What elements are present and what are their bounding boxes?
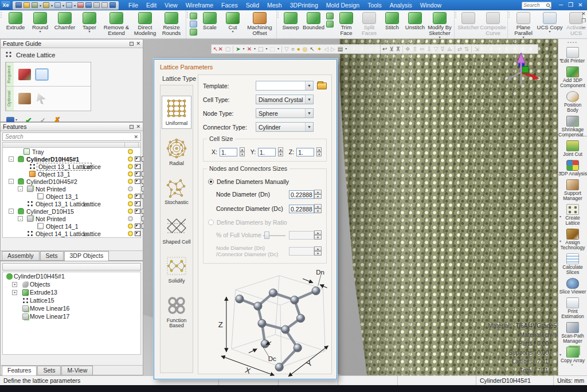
open-template-button[interactable] xyxy=(317,83,327,89)
sidebar-grip[interactable]: •••• xyxy=(568,41,578,44)
chamfer-button[interactable]: Chamfer xyxy=(52,11,78,30)
taper-button[interactable]: Taper▾ xyxy=(78,11,101,33)
dropdown-arrow-icon[interactable]: ▾ xyxy=(62,3,64,7)
pin-icon[interactable] xyxy=(130,42,134,46)
sidebar-item-copy-array[interactable]: ▾ Copy Array ▾ xyxy=(558,347,587,367)
dropdown-arrow-icon[interactable]: ▾ xyxy=(537,30,563,33)
sidebar-item-slice-viewer[interactable]: Slice Viewer xyxy=(558,278,587,295)
dropdown-arrow-icon[interactable]: ▾ xyxy=(78,30,101,33)
model-tree-filter[interactable] xyxy=(2,263,141,271)
flag-badge[interactable] xyxy=(135,194,140,199)
connector-diameter-stepper[interactable]: ▲▼ xyxy=(314,204,322,213)
flag-badge[interactable] xyxy=(135,201,140,206)
mini-tool-icon[interactable] xyxy=(190,29,197,36)
scale-button[interactable]: Scale xyxy=(198,11,221,30)
lattice-type-radial[interactable]: Radial xyxy=(162,136,191,168)
view-tool-icon[interactable]: ⇅ xyxy=(464,45,469,53)
window-layout-icon[interactable] xyxy=(66,2,72,8)
view-tool-icon[interactable]: ⊽ xyxy=(440,45,444,53)
cross-select-icon[interactable]: ⬚ xyxy=(270,45,275,53)
tree-search-input[interactable]: Search ✕ xyxy=(2,132,141,141)
dropdown-arrow-icon[interactable]: ▾ xyxy=(40,3,41,7)
visibility-bulb[interactable] xyxy=(128,224,133,229)
view-tool-icon[interactable]: ⇩ xyxy=(426,45,431,53)
menu-edit[interactable]: Edit xyxy=(142,0,161,10)
tree-row[interactable]: - CylinderD10H45#1 xyxy=(3,155,140,163)
menu-file[interactable]: File xyxy=(124,0,142,10)
lattice-type-shaped-cell[interactable]: Shaped Cell xyxy=(162,215,191,247)
tree-row[interactable]: Move Linear17 xyxy=(3,312,140,320)
cell-size-x-input[interactable]: 1. xyxy=(220,148,237,156)
flag-badge[interactable] xyxy=(135,156,140,162)
extrude-button[interactable]: Extrude xyxy=(2,11,29,30)
resize-rounds-button[interactable]: Resize Rounds xyxy=(158,11,185,36)
toolbar-close-icon[interactable]: ✕ xyxy=(581,11,586,17)
template-combobox[interactable]: ▼ xyxy=(256,81,314,91)
clear-search-icon[interactable]: ✕ xyxy=(134,134,138,140)
connector-diameter-input[interactable]: 0.22888 xyxy=(289,205,314,213)
pin-icon[interactable] xyxy=(130,125,134,129)
tree-row[interactable]: Move Linear16 xyxy=(3,304,140,312)
collapse-icon[interactable]: - xyxy=(9,156,14,162)
sidebar-grip[interactable]: ▾ xyxy=(558,363,587,367)
tab-3dp-objects[interactable]: 3DP Objects xyxy=(64,251,109,261)
sidebar-item-assign-technology[interactable]: ▾ Assign Technology xyxy=(558,229,587,250)
unstitch-button[interactable]: Unstitch xyxy=(404,11,426,30)
tree-row[interactable]: - Cylinder_D10H15 xyxy=(3,207,140,215)
export-icon[interactable] xyxy=(32,2,38,8)
paint-icon[interactable]: ✦ xyxy=(317,45,322,53)
next-view-icon[interactable]: ▷ xyxy=(331,45,335,53)
cell-size-x-stepper[interactable]: ▲▼ xyxy=(240,147,245,156)
visibility-bulb[interactable] xyxy=(128,179,133,184)
visibility-bulb[interactable] xyxy=(128,216,133,221)
lattice-type-stochastic[interactable]: Stochastic xyxy=(162,175,191,207)
view-tool-icon[interactable]: ⇧ xyxy=(412,45,417,53)
close-icon[interactable]: ✕ xyxy=(136,41,140,46)
plane-parallel-button[interactable]: Plane Parallel▾ xyxy=(510,11,537,39)
chevron-down-icon[interactable]: ▼ xyxy=(305,109,313,117)
menu-3dprinting[interactable]: 3DPrinting xyxy=(286,0,322,10)
collapse-icon[interactable]: - xyxy=(9,209,14,214)
tree-row[interactable]: - Not Printed xyxy=(3,185,140,193)
toolbar-float-icon[interactable]: ❐ xyxy=(581,18,586,23)
stitch-button[interactable]: Stitch xyxy=(381,11,404,30)
menu-mold-design[interactable]: Mold Design xyxy=(322,0,363,10)
tab-sets[interactable]: Sets xyxy=(40,251,64,260)
sidebar-item-support-manager[interactable]: Support Manager xyxy=(558,179,587,201)
menu-solid[interactable]: Solid xyxy=(242,0,263,10)
visibility-bulb[interactable] xyxy=(128,149,133,154)
paste-icon[interactable] xyxy=(77,2,84,8)
cell-size-y-stepper[interactable]: ▲▼ xyxy=(278,147,283,156)
expand-icon[interactable]: + xyxy=(12,290,17,295)
pick-light-icon[interactable]: ↖ xyxy=(310,45,315,53)
tree-row[interactable]: + Extrude13 xyxy=(3,288,140,296)
round-button[interactable]: Round▾ xyxy=(29,11,52,33)
light-off-icon[interactable]: ○ xyxy=(291,45,295,53)
dropdown-arrow-icon[interactable]: ▾ xyxy=(510,36,537,39)
tree-row[interactable]: Lattice15 xyxy=(3,296,140,304)
save-icon[interactable] xyxy=(15,2,22,8)
sidebar-item-edit-printer[interactable]: ▾ Edit Printer xyxy=(558,47,587,64)
dropdown-arrow-icon[interactable]: ▾ xyxy=(559,239,561,243)
tree-row[interactable]: Object 13_1 xyxy=(3,193,140,200)
bounded-button[interactable]: Bounded xyxy=(302,11,325,30)
node-diameter-input[interactable]: 0.22888 xyxy=(289,190,314,199)
dropdown-arrow-icon[interactable]: ▾ xyxy=(345,45,347,53)
simulator-icon[interactable] xyxy=(109,2,116,8)
menu-window[interactable]: Window xyxy=(416,0,445,10)
select-add-icon[interactable]: ➤ xyxy=(236,45,240,53)
flag-badge[interactable] xyxy=(135,231,140,236)
cell-size-z-stepper[interactable]: ▲▼ xyxy=(316,147,322,156)
toolbar-minimize-icon[interactable]: ─ xyxy=(581,25,586,30)
ucs-active-icon[interactable]: ⊼ xyxy=(396,45,400,53)
dropdown-arrow-icon[interactable]: ▾ xyxy=(221,30,244,33)
restore-button[interactable]: ❐ xyxy=(566,0,576,10)
close-icon[interactable]: ✕ xyxy=(136,124,140,130)
sidebar-item-3dp-analysis[interactable]: ▾ 3DP Analysis xyxy=(558,160,587,177)
mini-tool-icon[interactable] xyxy=(326,21,334,28)
view-tool-icon[interactable]: ⟁ xyxy=(447,45,452,53)
open-icon[interactable] xyxy=(24,2,30,8)
dropdown-arrow-icon[interactable]: ▾ xyxy=(559,170,561,174)
dropdown-arrow-icon[interactable]: ▾ xyxy=(277,45,279,53)
cell-size-z-input[interactable]: 1. xyxy=(296,148,314,156)
